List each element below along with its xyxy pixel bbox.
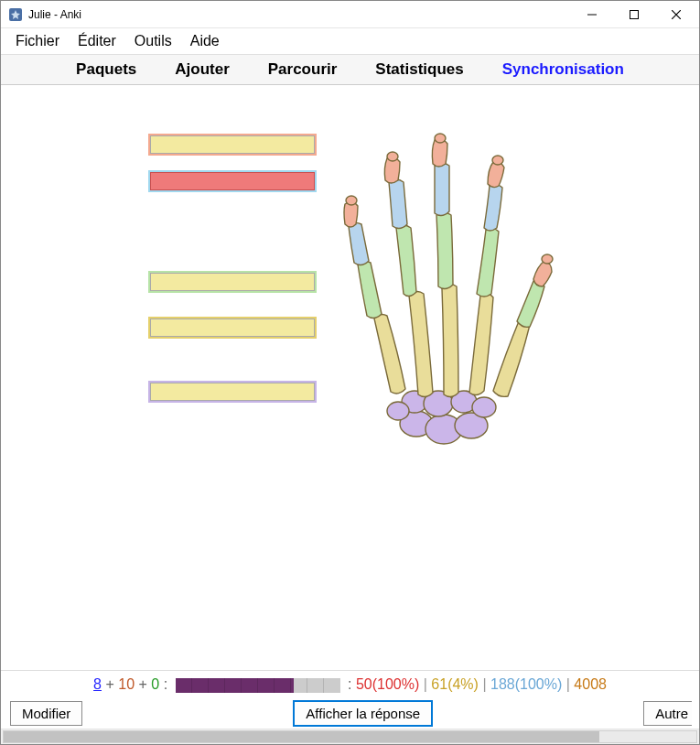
plus-sep: +: [105, 676, 113, 692]
card: .st{stroke:#7a6a3a;stroke-width:1.4;stro…: [145, 113, 555, 670]
menu-editer[interactable]: Éditer: [70, 31, 124, 51]
footer: 8 + 10 + 0 : : 50(100%) | 61(4%) | 188(1…: [1, 670, 699, 744]
svg-point-10: [346, 196, 357, 205]
show-answer-button[interactable]: Afficher la réponse: [293, 700, 433, 727]
app-icon: [8, 7, 23, 22]
maximize-button[interactable]: [613, 1, 655, 28]
seg-blue-val: 188: [490, 676, 515, 692]
seg-blue-pct: (100%): [515, 676, 563, 692]
hand-diagram: .st{stroke:#7a6a3a;stroke-width:1.4;stro…: [327, 113, 555, 470]
tab-statistiques[interactable]: Statistiques: [370, 57, 468, 82]
content-area: .st{stroke:#7a6a3a;stroke-width:1.4;stro…: [1, 85, 699, 670]
tab-ajouter[interactable]: Ajouter: [169, 57, 235, 82]
occlusion-labels: [145, 113, 327, 405]
scrollbar-thumb[interactable]: [4, 731, 599, 742]
seg-yellow-val: 61: [431, 676, 447, 692]
app-window: Julie - Anki Fichier Éditer Outils Aide …: [0, 0, 700, 745]
stats-line: 8 + 10 + 0 : : 50(100%) | 61(4%) | 188(1…: [1, 671, 699, 696]
menu-outils[interactable]: Outils: [127, 31, 179, 51]
tabbar: Paquets Ajouter Parcourir Statistiques S…: [1, 54, 699, 85]
occlusion-box[interactable]: [145, 167, 319, 195]
pipe-sep: |: [482, 676, 486, 692]
colon-sep: :: [164, 676, 167, 692]
window-title: Julie - Anki: [28, 8, 571, 21]
colon-sep: :: [348, 676, 351, 692]
occlusion-box[interactable]: [145, 268, 319, 296]
edit-button[interactable]: Modifier: [10, 701, 82, 726]
count-learn: 10: [118, 676, 135, 692]
svg-point-8: [472, 397, 496, 417]
svg-point-11: [387, 152, 398, 161]
occlusion-box[interactable]: [145, 131, 319, 158]
progress-bar: [176, 678, 340, 693]
titlebar: Julie - Anki: [1, 1, 699, 28]
scrollbar-track[interactable]: [3, 730, 697, 743]
seg-red-val: 50: [356, 676, 372, 692]
horizontal-scrollbar[interactable]: [1, 729, 699, 744]
svg-point-9: [387, 402, 409, 420]
tab-parcourir[interactable]: Parcourir: [263, 57, 343, 82]
pipe-sep: |: [566, 676, 570, 692]
occlusion-box[interactable]: [145, 378, 319, 405]
window-controls: [571, 1, 697, 28]
tab-paquets[interactable]: Paquets: [70, 57, 142, 82]
svg-point-12: [435, 134, 446, 143]
progress-ticks: [176, 678, 340, 693]
menubar: Fichier Éditer Outils Aide: [1, 28, 699, 54]
svg-point-14: [542, 254, 553, 264]
pipe-sep: |: [424, 676, 427, 692]
card-area: .st{stroke:#7a6a3a;stroke-width:1.4;stro…: [1, 85, 699, 670]
count-due: 0: [151, 676, 159, 692]
menu-fichier[interactable]: Fichier: [8, 31, 67, 51]
plus-sep: +: [138, 676, 146, 692]
occlusion-box[interactable]: [145, 314, 319, 341]
close-button[interactable]: [655, 1, 697, 28]
count-new: 8: [93, 676, 102, 692]
svg-point-13: [492, 156, 503, 165]
menu-aide[interactable]: Aide: [183, 31, 227, 51]
seg-yellow-pct: (4%): [447, 676, 479, 692]
more-button[interactable]: Autre: [643, 701, 692, 726]
button-row: Modifier Afficher la réponse Autre: [1, 696, 699, 729]
tab-synchronisation[interactable]: Synchronisation: [497, 57, 630, 82]
minimize-button[interactable]: [571, 1, 613, 28]
seg-orange: 4008: [574, 676, 607, 692]
svg-rect-1: [630, 10, 639, 18]
seg-red-pct: (100%): [372, 676, 420, 692]
